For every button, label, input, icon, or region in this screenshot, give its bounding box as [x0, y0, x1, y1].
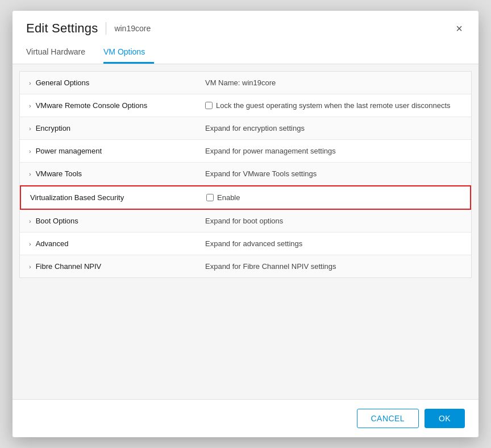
- value-fibre-channel-npiv: Expand for Fibre Channel NPIV settings: [196, 255, 471, 277]
- label-fibre-channel-npiv: › Fibre Channel NPIV: [20, 255, 196, 277]
- dialog-header: Edit Settings win19core ×: [13, 11, 478, 36]
- value-boot-options: Expand for boot options: [196, 210, 471, 232]
- tab-bar: Virtual Hardware VM Options: [13, 42, 478, 64]
- tab-virtual-hardware[interactable]: Virtual Hardware: [26, 42, 94, 64]
- vbs-checkbox-wrap: Enable: [206, 193, 461, 202]
- value-general-options: VM Name: win19core: [196, 72, 471, 94]
- chevron-vmware-tools[interactable]: ›: [29, 171, 31, 177]
- remote-console-checkbox-wrap: Lock the guest operating system when the…: [205, 101, 462, 110]
- row-virtualization-based-security: Virtualization Based Security Enable: [20, 185, 471, 210]
- chevron-vmware-remote-console[interactable]: ›: [29, 102, 31, 109]
- label-general-options: › General Options: [20, 72, 196, 94]
- row-encryption: › Encryption Expand for encryption setti…: [20, 117, 471, 140]
- tab-vm-options[interactable]: VM Options: [103, 42, 154, 64]
- row-power-management: › Power management Expand for power mana…: [20, 140, 471, 163]
- row-vmware-tools: › VMware Tools Expand for VMware Tools s…: [20, 163, 471, 185]
- chevron-power-management[interactable]: ›: [29, 148, 31, 155]
- edit-settings-dialog: Edit Settings win19core × Virtual Hardwa…: [13, 11, 478, 437]
- value-virtualization-based-security: Enable: [197, 186, 470, 209]
- row-advanced: › Advanced Expand for advanced settings: [20, 233, 471, 255]
- close-button[interactable]: ×: [453, 22, 465, 35]
- value-power-management: Expand for power management settings: [196, 140, 471, 162]
- dialog-subtitle: win19core: [114, 24, 151, 33]
- header-separator: [106, 22, 106, 35]
- content-area: › General Options VM Name: win19core › V…: [13, 64, 478, 399]
- chevron-fibre-channel-npiv[interactable]: ›: [29, 263, 31, 270]
- dialog-title: Edit Settings: [26, 21, 98, 36]
- ok-button[interactable]: OK: [425, 409, 465, 428]
- remote-console-checkbox[interactable]: [205, 102, 213, 109]
- chevron-encryption[interactable]: ›: [29, 125, 31, 132]
- label-virtualization-based-security: Virtualization Based Security: [21, 186, 197, 209]
- label-encryption: › Encryption: [20, 117, 196, 139]
- row-general-options: › General Options VM Name: win19core: [20, 72, 471, 94]
- label-vmware-tools: › VMware Tools: [20, 163, 196, 185]
- settings-table: › General Options VM Name: win19core › V…: [19, 71, 472, 278]
- label-advanced: › Advanced: [20, 233, 196, 255]
- value-vmware-remote-console: Lock the guest operating system when the…: [196, 94, 471, 117]
- chevron-advanced[interactable]: ›: [29, 240, 31, 247]
- value-vmware-tools: Expand for VMware Tools settings: [196, 163, 471, 185]
- vbs-enable-checkbox[interactable]: [206, 194, 214, 201]
- chevron-general-options[interactable]: ›: [29, 80, 31, 86]
- label-power-management: › Power management: [20, 140, 196, 162]
- row-boot-options: › Boot Options Expand for boot options: [20, 210, 471, 233]
- row-vmware-remote-console: › VMware Remote Console Options Lock the…: [20, 94, 471, 117]
- value-encryption: Expand for encryption settings: [196, 117, 471, 139]
- row-fibre-channel-npiv: › Fibre Channel NPIV Expand for Fibre Ch…: [20, 255, 471, 277]
- chevron-boot-options[interactable]: ›: [29, 218, 31, 225]
- dialog-footer: CANCEL OK: [13, 399, 478, 437]
- cancel-button[interactable]: CANCEL: [357, 409, 419, 428]
- value-advanced: Expand for advanced settings: [196, 233, 471, 255]
- label-vmware-remote-console: › VMware Remote Console Options: [20, 94, 196, 117]
- label-boot-options: › Boot Options: [20, 210, 196, 232]
